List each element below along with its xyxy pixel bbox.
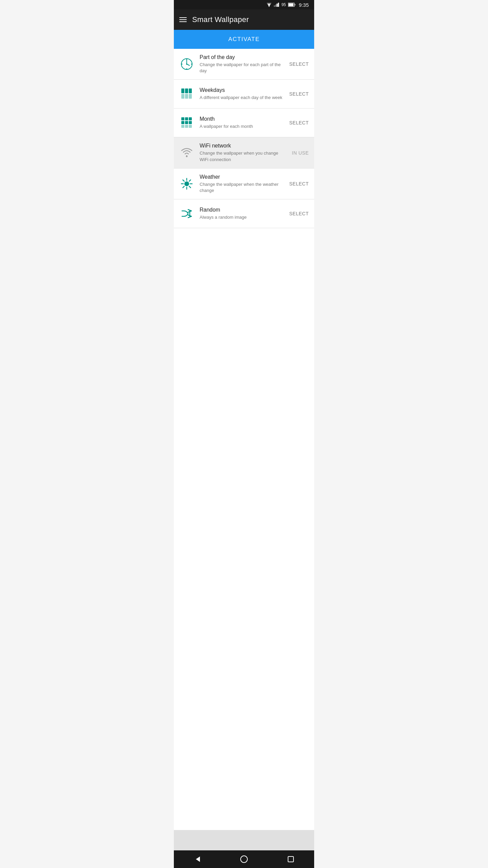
svg-rect-14 [181, 88, 184, 93]
part-of-day-title: Part of the day [200, 54, 285, 60]
wifi-in-use: IN USE [292, 150, 309, 156]
recents-button[interactable] [284, 852, 298, 866]
svg-rect-18 [185, 94, 188, 99]
month-subtitle: A wallpaper for each month [200, 123, 285, 130]
part-of-day-icon [179, 57, 194, 72]
weekdays-item[interactable]: Weekdays A different wallpaper each day … [174, 80, 314, 108]
svg-point-9 [186, 63, 187, 65]
svg-point-11 [191, 64, 192, 65]
app-title: Smart Wallpaper [192, 15, 249, 24]
weekdays-icon [179, 86, 194, 101]
home-button[interactable] [237, 852, 251, 866]
weekdays-content: Weekdays A different wallpaper each day … [200, 87, 285, 101]
wifi-item[interactable]: WiFi network Change the wallpaper when y… [174, 137, 314, 168]
svg-point-13 [182, 64, 183, 65]
random-item[interactable]: Random Always a random image SELECT [174, 199, 314, 228]
part-of-day-item[interactable]: Part of the day Change the wallpaper for… [174, 49, 314, 80]
svg-rect-19 [189, 94, 192, 99]
svg-line-35 [183, 180, 184, 181]
svg-rect-20 [181, 117, 184, 120]
month-select[interactable]: SELECT [289, 120, 309, 125]
svg-point-10 [186, 59, 187, 60]
back-button[interactable] [190, 852, 204, 866]
svg-rect-42 [288, 856, 293, 862]
random-title: Random [200, 207, 285, 213]
footer-area [174, 830, 314, 850]
svg-rect-6 [294, 4, 295, 6]
weather-subtitle: Change the wallpaper when the weather ch… [200, 181, 285, 194]
svg-rect-24 [185, 121, 188, 124]
month-item[interactable]: Month A wallpaper for each month SELECT [174, 108, 314, 137]
svg-line-38 [183, 186, 184, 188]
svg-rect-28 [189, 125, 192, 128]
svg-rect-2 [275, 4, 276, 7]
time-display: 9:35 [299, 2, 309, 8]
svg-line-37 [189, 180, 190, 181]
svg-rect-22 [189, 117, 192, 120]
options-list: Part of the day Change the wallpaper for… [174, 49, 314, 830]
weekdays-select[interactable]: SELECT [289, 91, 309, 97]
menu-icon[interactable] [179, 17, 187, 22]
weather-icon [179, 176, 194, 191]
month-content: Month A wallpaper for each month [200, 116, 285, 130]
battery-icon [288, 3, 296, 7]
weather-content: Weather Change the wallpaper when the we… [200, 174, 285, 194]
status-icons: 95 9:35 [266, 2, 309, 8]
svg-point-41 [241, 856, 247, 863]
svg-rect-4 [278, 3, 279, 7]
svg-rect-25 [189, 121, 192, 124]
random-content: Random Always a random image [200, 207, 285, 220]
svg-line-36 [189, 186, 190, 188]
svg-rect-23 [181, 121, 184, 124]
svg-point-29 [186, 155, 188, 157]
svg-rect-3 [277, 4, 278, 7]
part-of-day-subtitle: Change the wallpaper for each part of th… [200, 62, 285, 74]
part-of-day-content: Part of the day Change the wallpaper for… [200, 54, 285, 74]
battery-level: 95 [281, 2, 286, 7]
svg-point-12 [186, 68, 187, 70]
svg-rect-15 [185, 88, 188, 93]
svg-rect-26 [181, 125, 184, 128]
month-title: Month [200, 116, 285, 122]
svg-marker-40 [196, 856, 200, 862]
activate-button[interactable]: ACTIVATE [174, 30, 314, 49]
weather-item[interactable]: Weather Change the wallpaper when the we… [174, 169, 314, 199]
signal-icon [274, 3, 279, 7]
svg-rect-16 [189, 88, 192, 93]
weather-title: Weather [200, 174, 285, 180]
svg-rect-21 [185, 117, 188, 120]
wifi-title: WiFi network [200, 143, 288, 149]
random-subtitle: Always a random image [200, 214, 285, 220]
svg-point-0 [269, 6, 270, 7]
wifi-status-icon [266, 3, 272, 7]
month-icon [179, 115, 194, 130]
bottom-nav-bar [174, 850, 314, 868]
svg-rect-1 [274, 5, 275, 7]
svg-point-30 [184, 181, 189, 186]
svg-rect-17 [181, 94, 184, 99]
status-bar: 95 9:35 [174, 0, 314, 9]
weekdays-title: Weekdays [200, 87, 285, 93]
random-select[interactable]: SELECT [289, 211, 309, 216]
random-icon [179, 206, 194, 221]
wifi-icon [179, 145, 194, 160]
wifi-subtitle: Change the wallpaper when you change WiF… [200, 150, 288, 162]
weather-select[interactable]: SELECT [289, 181, 309, 186]
svg-rect-7 [288, 3, 293, 6]
weekdays-subtitle: A different wallpaper each day of the we… [200, 95, 285, 101]
part-of-day-select[interactable]: SELECT [289, 61, 309, 67]
wifi-content: WiFi network Change the wallpaper when y… [200, 143, 288, 162]
svg-rect-27 [185, 125, 188, 128]
app-bar: Smart Wallpaper [174, 9, 314, 30]
